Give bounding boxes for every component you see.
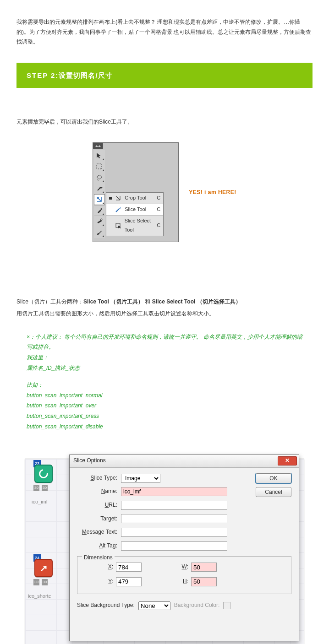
dimensions-legend: Dimensions [82, 553, 115, 563]
name-label: Name: [77, 487, 121, 497]
slice-bg-type-select[interactable]: None [138, 601, 170, 610]
cancel-button[interactable]: Cancel [256, 487, 291, 497]
slice-select-icon [115, 222, 122, 229]
target-field[interactable] [121, 514, 227, 523]
y-label: Y: [84, 577, 113, 587]
x-field[interactable] [116, 563, 142, 572]
slice-options-dialog: Slice Options ✕ OK Cancel Slice Type: Im… [69, 455, 299, 641]
tool-flyout: Crop Tool C Slice Tool C Slice Select To… [106, 192, 164, 236]
toolbar-panel: Crop Tool C Slice Tool C Slice Select To… [93, 142, 179, 242]
message-label: Message Text: [77, 527, 121, 537]
slice-type-label: Slice Type: [77, 473, 121, 483]
alt-field[interactable] [121, 541, 227, 551]
flyout-shortcut: C [157, 194, 160, 203]
eyedropper-tool[interactable] [94, 205, 105, 216]
svg-point-4 [97, 175, 102, 179]
note-line: 比如： [27, 380, 304, 390]
slice-type-select[interactable]: Image [121, 474, 160, 483]
svg-marker-0 [95, 145, 98, 147]
name-field[interactable] [121, 487, 227, 496]
url-label: URL: [77, 500, 121, 510]
svg-marker-2 [97, 153, 101, 158]
lasso-tool[interactable] [94, 172, 105, 183]
usage-paragraph: 用切片工具切出需要的图形大小，然后用切片选择工具双击切片设置名称和大小。 [16, 309, 313, 319]
flyout-shortcut: C [157, 221, 160, 230]
note-line: 我这里： [27, 352, 304, 363]
note-example: button_scan_important_normal [27, 390, 304, 401]
intro-paragraph: 我将需要导出的元素规整的排列在画布上(看上去不规整？ 理想和现实总是有点差距，中… [16, 17, 313, 47]
annotation-yes-here: YES! i am HERE! [189, 188, 236, 198]
crop-icon [115, 195, 122, 202]
h-label: H: [159, 577, 188, 587]
slice-options-figure: 23 30 30 ico_imf 24 30 30 ico_shortc Sli… [25, 459, 304, 644]
message-field[interactable] [121, 528, 227, 537]
flyout-slice-tool[interactable]: Slice Tool C [106, 204, 163, 216]
flyout-label: Slice Tool [125, 205, 146, 214]
svg-rect-6 [100, 208, 102, 210]
move-tool[interactable] [94, 150, 105, 161]
flyout-slice-select-tool[interactable]: Slice Select Tool C [106, 216, 163, 236]
grid-badge: 30 [33, 485, 39, 491]
bg-color-label: Background Color: [174, 601, 219, 611]
magic-wand-tool[interactable] [94, 183, 105, 194]
note-example: button_scan_important_press [27, 411, 304, 422]
photoshop-tools-figure: Crop Tool C Slice Tool C Slice Select To… [16, 142, 313, 242]
dialog-title: Slice Options [73, 456, 106, 466]
url-field[interactable] [121, 501, 227, 510]
ok-button[interactable]: OK [256, 473, 291, 483]
note-line: ×：个人建议： 每个公司有自己的开发环境和命名规则，请统一并遵守。 命名尽量用英… [27, 332, 304, 353]
note-example: button_scan_important_disable [27, 422, 304, 432]
ico-shortcut-icon [34, 559, 53, 577]
brush-tool[interactable] [94, 227, 105, 238]
y-field[interactable] [116, 577, 142, 586]
naming-advice-note: ×：个人建议： 每个公司有自己的开发环境和命名规则，请统一并遵守。 命名尽量用英… [16, 332, 313, 432]
flyout-shortcut: C [157, 205, 160, 214]
slice-icon [115, 206, 122, 213]
flyout-label: Crop Tool [125, 194, 146, 203]
slice-bg-type-label: Slice Background Type: [77, 601, 135, 611]
grid-badge: 30 [42, 485, 48, 491]
canvas-label: ico_imf [32, 498, 48, 507]
alt-label: Alt Tag: [77, 541, 121, 551]
close-icon: ✕ [285, 456, 290, 466]
healing-brush-tool[interactable] [94, 216, 105, 227]
grid-badge: 30 [33, 579, 39, 585]
marquee-tool[interactable] [94, 161, 105, 172]
svg-marker-1 [98, 145, 101, 147]
step-prefix: STEP 2: [27, 71, 59, 79]
after-banner-paragraph: 元素摆放完毕后，可以请出我们的Slice工具了。 [16, 117, 313, 127]
svg-marker-10 [118, 226, 121, 228]
ico-imf-icon [34, 465, 53, 483]
w-label: W: [159, 562, 188, 572]
grid-badge: 30 [42, 579, 48, 585]
dialog-titlebar[interactable]: Slice Options ✕ [70, 455, 299, 468]
h-field[interactable] [191, 577, 217, 586]
tool-column [94, 150, 105, 238]
tools-description-paragraph: Slice（切片）工具分两种：Slice Tool （切片工具） 和 Slice… [16, 297, 313, 307]
panel-collapse-tab[interactable] [93, 143, 103, 149]
target-label: Target: [77, 514, 121, 524]
svg-rect-3 [97, 164, 102, 169]
x-label: X: [84, 562, 113, 572]
w-field[interactable] [191, 563, 217, 572]
dimensions-fieldset: Dimensions X: W: Y: H: [77, 556, 291, 594]
note-line: 属性名_ID_描述_状态 [27, 363, 304, 373]
canvas-label: ico_shortc [28, 592, 51, 601]
flyout-label: Slice Select Tool [125, 216, 161, 235]
flyout-crop-tool[interactable]: Crop Tool C [106, 193, 163, 204]
step-banner: STEP 2:设置切图名/尺寸 [16, 63, 313, 88]
close-button[interactable]: ✕ [278, 456, 297, 465]
bg-color-swatch[interactable] [223, 602, 230, 609]
crop-tool[interactable] [94, 194, 105, 205]
step-title: 设置切图名/尺寸 [59, 71, 112, 79]
note-example: button_scan_important_over [27, 400, 304, 411]
flyout-active-marker [109, 197, 112, 200]
